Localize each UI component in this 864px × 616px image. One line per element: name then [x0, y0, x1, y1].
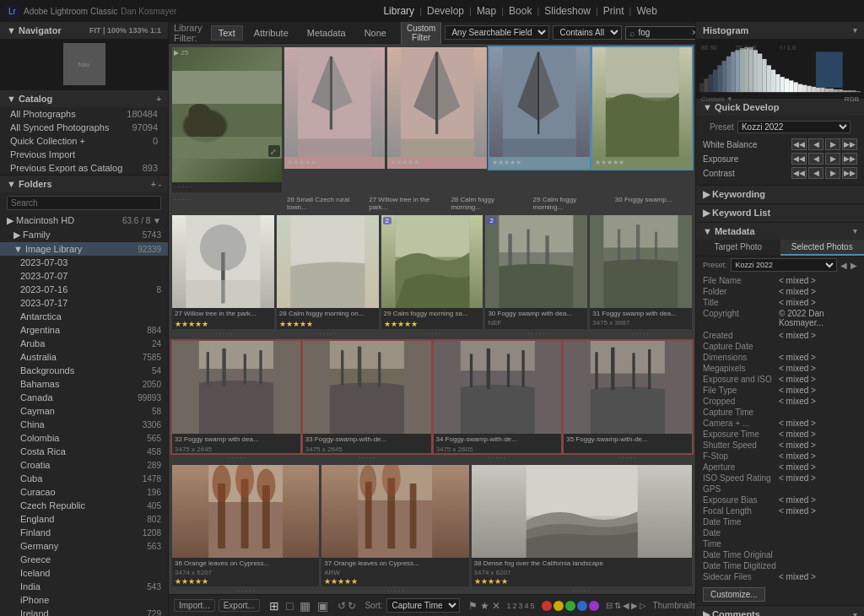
catalog-item-prev-export[interactable]: Previous Export as Catalog893 — [0, 161, 168, 175]
folder-antarctica[interactable]: Antarctica — [0, 310, 168, 323]
sort-asc-icon[interactable]: ⇅ — [614, 601, 621, 610]
filter-tab-metadata[interactable]: Metadata — [300, 25, 354, 41]
folder-bahamas[interactable]: Bahamas2050 — [0, 377, 168, 391]
folder-cayman[interactable]: Cayman58 — [0, 404, 168, 418]
filter-tab-text[interactable]: Text — [211, 25, 243, 41]
export-button[interactable]: Export... — [219, 599, 260, 612]
thumbnail-swamp-sel-4[interactable]: 35 Foggy-swamp-with-de... — [564, 341, 692, 453]
view-grid-button[interactable]: ⊞ — [267, 599, 282, 613]
folder-curacao[interactable]: Curacao196 — [0, 485, 168, 499]
qd-con-more2[interactable]: ▶▶ — [842, 167, 857, 179]
flag-filter-reject[interactable]: ✕ — [492, 600, 500, 612]
meta-val-created[interactable]: < mixed > — [779, 331, 857, 340]
nav-slideshow[interactable]: Slideshow — [539, 5, 596, 17]
expand-icon[interactable]: ⤢ — [268, 145, 280, 159]
catalog-item-prev-import[interactable]: Previous Import — [0, 148, 168, 161]
folder-australia[interactable]: Australia7585 — [0, 350, 168, 364]
folder-image-library[interactable]: ▼ Image Library92339 — [0, 242, 168, 256]
qd-wb-more2[interactable]: ▶▶ — [842, 138, 857, 150]
qd-con-more[interactable]: ▶ — [825, 167, 840, 179]
nav-library[interactable]: Library — [378, 5, 419, 17]
import-button[interactable]: Import... — [174, 599, 215, 612]
thumbnail-swamp-sel-1[interactable]: 32 Foggy swamp with dea... 3475 x 2645 — [172, 341, 300, 453]
thumbnail-foggy-highland[interactable]: ★★★★★ — [592, 47, 693, 169]
folder-germany[interactable]: Germany563 — [0, 539, 168, 553]
customize-button[interactable]: Customize... — [703, 587, 765, 602]
thumbnail-boat-2[interactable]: ★★★★★ — [387, 47, 488, 169]
catalog-header[interactable]: ▼ Catalog + — [0, 90, 168, 107]
flag-filter-none[interactable]: ⚑ — [468, 600, 478, 612]
folder-backgrounds[interactable]: Backgrounds54 — [0, 364, 168, 377]
folder-argentina[interactable]: Argentina884 — [0, 323, 168, 337]
qd-exp-less[interactable]: ◀◀ — [791, 153, 807, 165]
metadata-nav-right[interactable]: ▶ — [850, 261, 857, 270]
navigator-header[interactable]: ▼ Navigator FIT | 100% 133% 1:1 — [0, 22, 168, 39]
folder-finland[interactable]: Finland1208 — [0, 526, 168, 539]
folder-costa-rica[interactable]: Costa Rica458 — [0, 445, 168, 458]
thumbnail-large-bear[interactable]: ▶ 25 ⤢ · · · · · — [172, 47, 282, 192]
nav-print[interactable]: Print — [598, 5, 629, 17]
meta-val-folder[interactable]: < mixed > — [779, 287, 857, 296]
folder-2023-07-17[interactable]: 2023-07-17 — [0, 296, 168, 310]
metadata-preset-select[interactable]: Kozzi 2022 — [731, 258, 837, 272]
qd-con-less[interactable]: ◀◀ — [791, 167, 807, 179]
view-compare-button[interactable]: ▦ — [297, 599, 313, 613]
view-survey-button[interactable]: ▣ — [315, 599, 331, 613]
keyword-list-header[interactable]: ▶ Keyword List — [696, 204, 864, 222]
filter-tab-none[interactable]: None — [357, 25, 394, 41]
qd-wb-less2[interactable]: ◀ — [808, 138, 824, 150]
folder-iphone[interactable]: iPhone — [0, 593, 168, 607]
view-loupe-button[interactable]: □ — [284, 599, 295, 613]
prev-button[interactable]: ◀ — [623, 601, 629, 610]
comments-header[interactable]: ▶ Comments ▾ — [696, 606, 864, 616]
catalog-item-synced[interactable]: All Synced Photographs97094 — [0, 121, 168, 134]
catalog-item-quick[interactable]: Quick Collection +0 — [0, 134, 168, 148]
folder-india[interactable]: India543 — [0, 580, 168, 593]
qd-wb-more[interactable]: ▶ — [825, 138, 840, 150]
sort-select[interactable]: Capture Time — [386, 598, 460, 613]
metadata-nav-left[interactable]: ◀ — [840, 261, 847, 270]
folder-iceland[interactable]: Iceland — [0, 566, 168, 580]
thumbnail-cypress-2[interactable]: 37 Orange leaves on Cypress... ARW ★★★★★ — [321, 465, 468, 587]
catalog-item-all-photos[interactable]: All Photographs180484 — [0, 107, 168, 121]
tab-selected-photos[interactable]: Selected Photos — [780, 240, 865, 256]
thumbnail-swamp-1[interactable]: 2 30 Foggy swamp with dea... — [485, 215, 587, 330]
nav-book[interactable]: Book — [504, 5, 537, 17]
rotate-right-button[interactable]: ↻ — [348, 600, 356, 612]
folder-family[interactable]: ▶ Family5743 — [0, 228, 168, 242]
thumbnail-bw-tree[interactable]: 27 Willow tree in the park... ★★★★★ — [172, 215, 274, 330]
folder-ireland[interactable]: Ireland729 — [0, 607, 168, 616]
folder-macintosh[interactable]: ▶ Macintosh HD63.6 / 8 ▼ — [0, 213, 168, 228]
folder-2023-07-16[interactable]: 2023-07-168 — [0, 283, 168, 296]
folder-greece[interactable]: Greece — [0, 553, 168, 566]
thumbnail-swamp-sel-2[interactable]: 33 Foggy-swamp-with-de... 3475 x 2645 — [303, 341, 431, 453]
folder-2023-07-07[interactable]: 2023-07-07 — [0, 269, 168, 283]
filter-tab-attribute[interactable]: Attribute — [246, 25, 296, 41]
folder-czech-republic[interactable]: Czech Republic405 — [0, 499, 168, 512]
thumbnail-swamp-sel-3[interactable]: 34 Foggy-swamp-with-de... 3475 x 2605 — [434, 341, 562, 453]
folder-aruba[interactable]: Aruba24 — [0, 337, 168, 350]
folder-cuba[interactable]: Cuba1478 — [0, 472, 168, 485]
meta-val-filename[interactable]: < mixed > — [779, 276, 857, 285]
rotate-left-button[interactable]: ↺ — [338, 600, 346, 612]
color-green[interactable] — [565, 601, 575, 611]
folder-england[interactable]: England802 — [0, 512, 168, 526]
folder-search-input[interactable] — [7, 196, 161, 210]
qd-con-less2[interactable]: ◀ — [808, 167, 824, 179]
thumbnail-cypress-1[interactable]: 36 Orange leaves on Cypress... 3474 x 62… — [172, 465, 319, 587]
contains-all-select[interactable]: Contains All — [553, 25, 622, 40]
any-searchable-select[interactable]: Any Searchable Field — [445, 25, 549, 40]
qd-wb-less[interactable]: ◀◀ — [791, 138, 807, 150]
folder-2023-07-03[interactable]: 2023-07-03 — [0, 256, 168, 269]
tab-target-photo[interactable]: Target Photo — [696, 240, 780, 256]
thumbnail-boat-1[interactable]: ★★★★★ — [284, 47, 385, 169]
qd-exp-more[interactable]: ▶ — [825, 153, 840, 165]
preset-select[interactable]: Kozzi 2022 — [737, 121, 850, 133]
play-button[interactable]: ▷ — [640, 601, 646, 610]
qd-exp-more2[interactable]: ▶▶ — [842, 153, 857, 165]
filter-icon[interactable]: ⊟ — [606, 601, 613, 610]
nav-map[interactable]: Map — [472, 5, 501, 17]
next-button[interactable]: ▶ — [631, 601, 638, 610]
nav-develop[interactable]: Develop — [422, 5, 469, 17]
thumbnail-highland-fog[interactable]: 2 29 Calm foggy morning sa... ★★★★★ — [381, 215, 483, 330]
